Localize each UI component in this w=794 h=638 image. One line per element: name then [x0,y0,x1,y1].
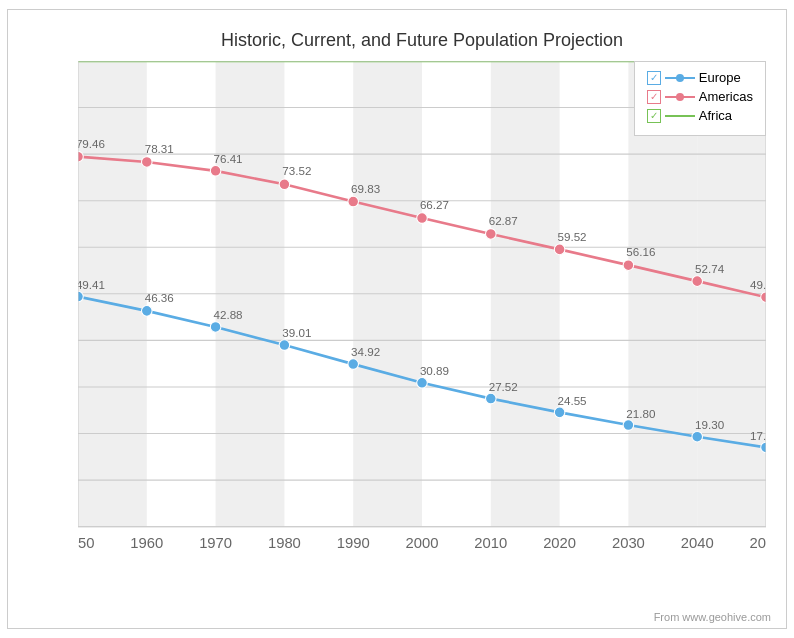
svg-text:2050: 2050 [750,535,766,551]
svg-point-66 [279,340,290,351]
svg-point-50 [692,276,703,287]
svg-point-48 [554,244,565,255]
chart-area: 0 10 20 30 40 50 60 70 80 90 100 1950 19… [78,61,766,569]
svg-point-70 [554,407,565,418]
svg-point-44 [279,179,290,190]
chart-legend: ✓ Europe ✓ Americas ✓ Africa [634,61,766,136]
svg-text:69.83: 69.83 [351,182,380,195]
chart-title: Historic, Current, and Future Population… [78,30,766,51]
svg-point-45 [348,196,359,207]
svg-text:27.52: 27.52 [489,380,518,393]
svg-text:56.16: 56.16 [626,245,655,258]
svg-text:1980: 1980 [268,535,301,551]
svg-text:49.27: 49.27 [750,278,766,291]
svg-text:19.30: 19.30 [695,418,725,431]
svg-text:17.02: 17.02 [750,429,766,442]
svg-text:62.87: 62.87 [489,214,518,227]
svg-text:24.55: 24.55 [557,394,586,407]
svg-text:42.88: 42.88 [213,308,242,321]
svg-point-43 [210,166,221,177]
svg-point-72 [692,431,703,442]
svg-text:30.89: 30.89 [420,364,449,377]
svg-text:59.52: 59.52 [557,230,586,243]
chart-container: Historic, Current, and Future Population… [7,9,787,629]
svg-point-68 [417,378,428,389]
svg-text:79.46: 79.46 [78,137,105,150]
svg-text:21.80: 21.80 [626,407,656,420]
legend-item-africa: ✓ Africa [647,108,753,123]
main-chart-svg: 0 10 20 30 40 50 60 70 80 90 100 1950 19… [78,61,766,569]
svg-text:52.74: 52.74 [695,262,725,275]
legend-label-americas: Americas [699,89,753,104]
svg-point-65 [210,322,221,333]
svg-text:73.52: 73.52 [282,164,311,177]
svg-point-49 [623,260,634,271]
svg-text:1950: 1950 [78,535,94,551]
svg-text:1970: 1970 [199,535,232,551]
legend-label-europe: Europe [699,70,741,85]
svg-text:49.41: 49.41 [78,278,105,291]
svg-text:2020: 2020 [543,535,576,551]
svg-text:2000: 2000 [406,535,439,551]
svg-text:2010: 2010 [474,535,507,551]
svg-text:1960: 1960 [130,535,163,551]
svg-point-69 [486,393,497,404]
svg-point-71 [623,420,634,431]
svg-point-42 [142,157,153,168]
svg-text:46.36: 46.36 [145,291,174,304]
legend-item-americas: ✓ Americas [647,89,753,104]
svg-text:34.92: 34.92 [351,345,380,358]
svg-text:39.01: 39.01 [282,326,311,339]
svg-text:1990: 1990 [337,535,370,551]
svg-point-46 [417,213,428,224]
legend-item-europe: ✓ Europe [647,70,753,85]
svg-text:78.31: 78.31 [145,142,174,155]
svg-point-47 [486,229,497,240]
svg-text:66.27: 66.27 [420,198,449,211]
watermark: From www.geohive.com [654,611,771,623]
svg-text:2030: 2030 [612,535,645,551]
svg-text:2040: 2040 [681,535,714,551]
legend-label-africa: Africa [699,108,732,123]
svg-text:76.41: 76.41 [213,152,242,165]
svg-point-64 [142,306,153,317]
svg-point-67 [348,359,359,370]
